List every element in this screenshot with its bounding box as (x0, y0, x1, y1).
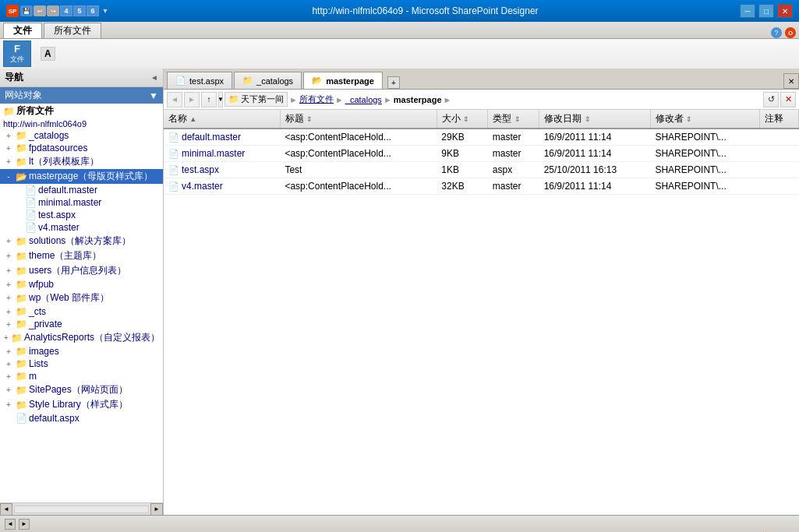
file-name-link[interactable]: 📄test.aspx (168, 164, 275, 175)
status-scroll-left[interactable]: ◄ (5, 519, 16, 530)
file-button[interactable]: F 文件 (3, 41, 31, 67)
table-row[interactable]: 📄v4.master<asp:ContentPlaceHold...32KBma… (164, 178, 799, 195)
expand-stylelibrary[interactable]: + (3, 400, 14, 409)
file-name-link[interactable]: 📄v4.master (168, 181, 275, 192)
site-url-item[interactable]: http://win-nlfmlc064o9 (0, 118, 163, 129)
tab-all-files[interactable]: 所有文件 (44, 23, 101, 38)
tab-catalogs[interactable]: 📁 _catalogs (234, 72, 302, 89)
refresh-button[interactable]: ↺ (763, 92, 779, 107)
lists-label: Lists (29, 358, 48, 369)
close-button[interactable]: ✕ (777, 4, 793, 18)
expand-lt[interactable]: + (3, 157, 14, 166)
tree-item-default-aspx[interactable]: 📄 default.aspx (0, 412, 163, 425)
quick-redo-icon[interactable]: ↪ (47, 5, 59, 16)
tree-item-lists[interactable]: + 📁 Lists (0, 358, 163, 370)
expand-cts[interactable]: + (3, 308, 14, 316)
col-size[interactable]: 大小 ⇕ (437, 110, 487, 129)
tree-item-users[interactable]: + 📁 users（用户信息列表） (0, 263, 163, 278)
tree-item-fpdatasources[interactable]: + 📁 fpdatasources (0, 142, 163, 154)
up-button[interactable]: ↑ (201, 92, 217, 107)
scroll-left-btn[interactable]: ◄ (0, 503, 12, 516)
tree-item-wp[interactable]: + 📁 wp（Web 部件库） (0, 291, 163, 305)
table-row[interactable]: 📄minimal.master<asp:ContentPlaceHold...9… (164, 146, 799, 162)
expand-lists[interactable]: + (3, 360, 14, 368)
site-objects-section[interactable]: 网站对象 ▼ (0, 87, 163, 104)
tree-item-default-master[interactable]: 📄 default.master (0, 184, 163, 196)
tree-item-catalogs[interactable]: + 📁 _catalogs (0, 129, 163, 142)
table-row[interactable]: 📄test.aspxTest1KBaspx25/10/2011 16:13SHA… (164, 162, 799, 178)
file-name-link[interactable]: 📄minimal.master (168, 148, 275, 159)
tab-masterpage[interactable]: 📂 masterpage (303, 72, 383, 89)
minimize-button[interactable]: ─ (740, 4, 755, 18)
expand-sitepages[interactable]: + (3, 386, 14, 394)
file-name-cell[interactable]: 📄test.aspx (164, 162, 280, 178)
expand-wfpub[interactable]: + (3, 280, 14, 289)
file-name-cell[interactable]: 📄v4.master (164, 178, 280, 195)
expand-m[interactable]: + (3, 372, 14, 381)
tree-item-v4-master[interactable]: 📄 v4.master (0, 221, 163, 234)
col-comment[interactable]: 注释 (759, 110, 798, 129)
tree-item-sitepages[interactable]: + 📁 SitePages（网站页面） (0, 382, 163, 397)
table-row[interactable]: 📄default.master<asp:ContentPlaceHold...2… (164, 129, 799, 146)
expand-catalogs[interactable]: + (3, 132, 14, 140)
tab-file[interactable]: 文件 (3, 23, 42, 38)
tree-item-minimal-master[interactable]: 📄 minimal.master (0, 196, 163, 209)
expand-private[interactable]: + (3, 320, 14, 329)
breadcrumb-dropdown[interactable]: ▼ (218, 92, 223, 107)
col-type[interactable]: 类型 ⇕ (488, 110, 539, 129)
sidebar-scrollbar[interactable]: ◄ ► (0, 502, 163, 515)
tree-item-images[interactable]: + 📁 images (0, 345, 163, 358)
num6-icon[interactable]: 6 (87, 5, 99, 16)
expand-masterpage[interactable]: - (3, 172, 14, 181)
stop-button[interactable]: ✕ (780, 92, 796, 107)
maximize-button[interactable]: □ (758, 4, 774, 18)
all-files-label: 所有文件 (16, 104, 54, 118)
tree-item-private[interactable]: + 📁 _private (0, 318, 163, 330)
all-files-button[interactable]: A (41, 47, 55, 61)
num5-icon[interactable]: 5 (73, 5, 86, 16)
tree-item-cts[interactable]: + 📁 _cts (0, 305, 163, 318)
new-tab-button[interactable]: + (387, 76, 400, 89)
tab-test-aspx[interactable]: 📄 test.aspx (167, 72, 232, 89)
tree-item-test-aspx[interactable]: 📄 test.aspx (0, 209, 163, 221)
expand-solutions[interactable]: + (3, 237, 14, 245)
tree-item-stylelibrary[interactable]: + 📁 Style Library（样式库） (0, 397, 163, 412)
col-modifier[interactable]: 修改者 ⇕ (650, 110, 759, 129)
all-files-item[interactable]: 📁 所有文件 (0, 104, 163, 118)
expand-images[interactable]: + (3, 347, 14, 356)
file-name-link[interactable]: 📄default.master (168, 132, 275, 143)
col-date[interactable]: 修改日期 ⇕ (539, 110, 651, 129)
dropdown-arrow-icon[interactable]: ▼ (100, 5, 111, 16)
quick-undo-icon[interactable]: ↩ (34, 5, 46, 16)
tree-item-solutions[interactable]: + 📁 solutions（解决方案库） (0, 234, 163, 248)
expand-wp[interactable]: + (3, 294, 14, 302)
tree-item-lt[interactable]: + 📁 lt（列表模板库） (0, 154, 163, 169)
file-name-cell[interactable]: 📄minimal.master (164, 146, 280, 162)
stylelibrary-folder-icon: 📁 (16, 400, 27, 410)
help-icon[interactable]: ? (771, 27, 782, 38)
quick-save-icon[interactable]: 💾 (20, 5, 33, 16)
breadcrumb-home[interactable]: 📁 天下第一间 (224, 92, 288, 107)
tree-item-analytics[interactable]: + 📁 AnalyticsReports（自定义报表） (0, 330, 163, 345)
num4-icon[interactable]: 4 (60, 5, 72, 16)
col-name[interactable]: 名称 ▲ (164, 110, 280, 129)
nav-collapse-btn[interactable]: ◄ (150, 73, 158, 82)
tree-item-wfpub[interactable]: + 📁 wfpub (0, 278, 163, 291)
back-button[interactable]: ◄ (167, 92, 182, 107)
breadcrumb-allfiles[interactable]: 所有文件 (299, 93, 334, 105)
expand-theme[interactable]: + (3, 252, 14, 260)
expand-fpdatasources[interactable]: + (3, 144, 14, 153)
tree-item-theme[interactable]: + 📁 theme（主题库） (0, 248, 163, 263)
forward-button[interactable]: ► (184, 92, 200, 107)
tree-item-m[interactable]: + 📁 m (0, 370, 163, 382)
file-name-cell[interactable]: 📄default.master (164, 129, 280, 146)
status-scroll-right[interactable]: ► (19, 519, 30, 530)
col-title[interactable]: 标题 ⇕ (280, 110, 437, 129)
expand-analytics[interactable]: + (3, 333, 9, 342)
expand-users[interactable]: + (3, 266, 14, 275)
scroll-right-btn[interactable]: ► (150, 503, 163, 516)
tree-item-masterpage[interactable]: - 📂 masterpage（母版页样式库） (0, 169, 163, 184)
breadcrumb-catalogs[interactable]: _catalogs (345, 95, 382, 104)
close-all-tabs-button[interactable]: ✕ (783, 73, 799, 89)
file-comment-cell (759, 162, 798, 178)
